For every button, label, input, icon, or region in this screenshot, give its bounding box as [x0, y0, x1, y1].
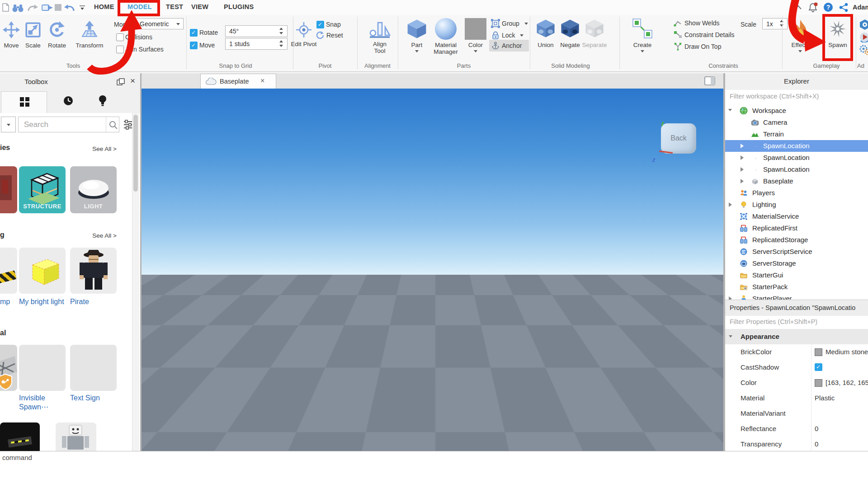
expand-arrow[interactable]: [741, 167, 744, 172]
tree-item-terrain[interactable]: Terrain: [725, 128, 868, 140]
asset-link[interactable]: Pirate: [70, 297, 115, 306]
union-button[interactable]: [535, 18, 556, 39]
group-label[interactable]: Group: [502, 20, 519, 27]
tree-item-workspace[interactable]: Workspace: [725, 105, 868, 117]
asset-tile-speedbump[interactable]: [0, 248, 17, 294]
asset-tile-light[interactable]: LIGHT: [70, 166, 117, 213]
expand-arrow[interactable]: [741, 155, 744, 160]
effects-button[interactable]: [790, 18, 809, 40]
create-dropdown-caret[interactable]: [641, 50, 644, 52]
scrollbar-thumb[interactable]: [133, 115, 138, 192]
separate-button[interactable]: [584, 18, 605, 39]
collapse-ribbon-icon[interactable]: [794, 4, 802, 10]
lock-icon[interactable]: [491, 31, 500, 40]
tree-item-starterplayer[interactable]: StarterPlayer: [725, 293, 868, 300]
tree-item-starterpack[interactable]: StarterPack: [725, 281, 868, 293]
asset-tile-invisible-spawn[interactable]: [19, 345, 66, 391]
spinner-up-icon[interactable]: [279, 40, 285, 42]
tree-item-spawnlocation-selected[interactable]: SpawnLocation: [725, 140, 868, 152]
help-icon[interactable]: ?: [824, 3, 833, 12]
asset-link[interactable]: mp: [0, 297, 15, 306]
toolbox-tab-marketplace[interactable]: [1, 91, 47, 113]
spinner-down-icon[interactable]: [279, 32, 285, 34]
menu-tab-model[interactable]: MODEL: [127, 3, 152, 10]
tree-item-startergui[interactable]: StarterGui: [725, 269, 868, 281]
collisions-checkbox[interactable]: [116, 33, 124, 41]
share-icon[interactable]: [839, 3, 849, 12]
draw-on-top-label[interactable]: Draw On Top: [684, 43, 721, 50]
lock-dropdown-caret[interactable]: [520, 34, 524, 37]
search-icon[interactable]: [109, 121, 118, 129]
show-welds-icon[interactable]: [674, 19, 682, 27]
tree-item-spawnlocation[interactable]: SpawnLocation: [725, 152, 868, 164]
viewport-tab-baseplate[interactable]: Baseplate ×: [200, 74, 276, 89]
tree-item-lighting[interactable]: Lighting: [725, 199, 868, 211]
properties-filter-input[interactable]: [729, 318, 866, 326]
lock-label[interactable]: Lock: [502, 32, 515, 39]
menu-tab-home[interactable]: HOME: [94, 3, 114, 10]
pivot-reset-label[interactable]: Reset: [326, 32, 343, 39]
spawn-button[interactable]: [828, 19, 848, 39]
color-dropdown-caret[interactable]: [474, 50, 477, 52]
viewport-3d-canvas[interactable]: Back z: [142, 89, 723, 451]
menu-tab-view[interactable]: VIEW: [191, 3, 208, 10]
tree-item-camera[interactable]: Camera: [725, 117, 868, 128]
expand-arrow[interactable]: [741, 179, 744, 183]
property-value[interactable]: Medium stone: [826, 348, 868, 356]
pivot-snap-checkbox[interactable]: [316, 21, 324, 28]
redo-icon[interactable]: [27, 4, 38, 12]
close-panel-icon[interactable]: ×: [130, 76, 135, 86]
asset-tile-structure[interactable]: STRUCTURE: [19, 166, 66, 213]
notifications-bell-icon[interactable]: [808, 2, 818, 13]
asset-tile-cut[interactable]: [0, 422, 40, 451]
tab-close-icon[interactable]: ×: [260, 77, 264, 85]
create-constraint-button[interactable]: [632, 18, 653, 39]
collapse-arrow[interactable]: [729, 335, 732, 338]
account-name[interactable]: Adam: [853, 4, 868, 11]
properties-column-divider[interactable]: [811, 344, 811, 452]
spinner-up-icon[interactable]: [279, 28, 285, 30]
spinner-up-icon[interactable]: [780, 20, 785, 22]
anchor-button[interactable]: Anchor: [489, 40, 529, 52]
spinner-down-icon[interactable]: [279, 45, 285, 47]
constraint-details-icon[interactable]: [674, 31, 682, 38]
explorer-filter-input[interactable]: [729, 92, 866, 100]
draw-on-top-icon[interactable]: [674, 42, 682, 51]
property-value[interactable]: [163, 162, 165]: [826, 379, 868, 386]
group-dropdown-caret[interactable]: [524, 23, 528, 25]
castshadow-checkbox[interactable]: [815, 363, 822, 371]
undo-icon[interactable]: [64, 4, 75, 12]
publish-icon[interactable]: [42, 3, 53, 12]
scale-tool-button[interactable]: [24, 21, 42, 38]
tree-item-players[interactable]: Players: [725, 187, 868, 199]
menu-tab-test[interactable]: TEST: [166, 3, 183, 10]
collision-groups-icon[interactable]: [859, 19, 868, 30]
mode-dropdown[interactable]: Geometric: [136, 18, 184, 29]
expand-arrow[interactable]: [741, 144, 744, 148]
tree-item-materialservice[interactable]: MaterialService: [725, 211, 868, 222]
toolbar-overflow-icon[interactable]: [80, 5, 85, 6]
show-welds-label[interactable]: Show Welds: [684, 19, 720, 27]
effects-dropdown-caret[interactable]: [798, 50, 802, 52]
search-input[interactable]: [23, 120, 93, 130]
asset-tile-text-sign[interactable]: [70, 345, 117, 391]
find-binoculars-icon[interactable]: [12, 4, 24, 12]
see-all-link[interactable]: See All >: [84, 145, 117, 152]
tree-item-replicatedfirst[interactable]: ReplicatedFirst: [725, 222, 868, 234]
asset-tile-vehicles[interactable]: ES: [0, 166, 17, 213]
align-tool-button[interactable]: [368, 20, 392, 40]
toolbox-tab-ideas[interactable]: [86, 90, 125, 113]
material-manager-button[interactable]: [435, 18, 457, 40]
expand-arrow[interactable]: [729, 296, 732, 300]
snap-move-checkbox[interactable]: [190, 42, 198, 49]
asset-tile-bright-light[interactable]: [19, 248, 66, 294]
asset-link[interactable]: Text Sign: [70, 394, 115, 403]
snap-rotate-checkbox[interactable]: [190, 29, 198, 37]
tree-item-baseplate[interactable]: Baseplate: [725, 175, 868, 187]
tree-item-serverscriptservice[interactable]: ServerScriptService: [725, 246, 868, 258]
edit-pivot-button[interactable]: [295, 21, 313, 39]
tree-item-replicatedstorage[interactable]: ReplicatedStorage: [725, 234, 868, 246]
asset-link[interactable]: My bright light: [19, 297, 64, 306]
asset-tile-cut-figure[interactable]: [56, 422, 96, 451]
transform-tool-button[interactable]: [80, 20, 99, 38]
